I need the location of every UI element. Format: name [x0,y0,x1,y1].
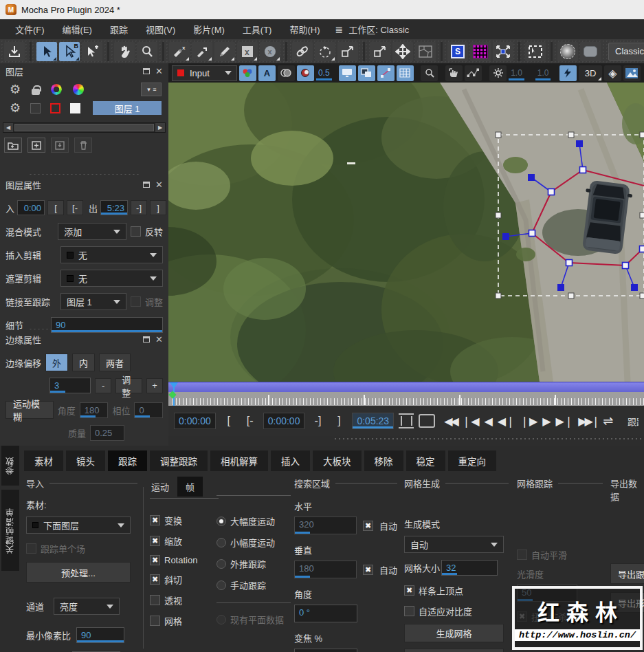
rotate-spline-tool[interactable] [315,42,335,61]
layers-scrollbar[interactable]: ◀ ▶ [3,122,166,133]
layer-name[interactable]: 图层 1 [93,101,162,115]
menu-help[interactable]: 帮助(H) [281,20,328,39]
loop-playback-icon[interactable] [419,414,435,428]
trim-out-button[interactable]: -] [309,413,326,428]
edge-width-input[interactable]: 3 [49,378,91,393]
tab-adjust-track[interactable]: 调整跟踪 [150,450,208,471]
translation-checkbox[interactable] [150,515,160,525]
lock-icon[interactable] [32,89,40,95]
link-tool[interactable] [292,42,313,61]
blur-angle-input[interactable]: 180 [80,402,109,418]
track-clip-dropdown[interactable]: 下面图层 [26,517,131,534]
gain-value[interactable]: 1.0 [509,66,524,80]
layer-overlay-button[interactable] [358,65,375,81]
close-panel-icon[interactable]: ✕ [155,180,163,190]
set-in-button[interactable]: [ [47,200,64,215]
large-motion-radio[interactable] [216,517,226,526]
workspace-label[interactable]: 工作区: Classic [344,20,413,39]
trim-out-button[interactable]: -] [131,200,147,215]
float-panel-icon[interactable] [143,68,150,74]
tab-reorient[interactable]: 重定向 [448,450,497,471]
rotation-checkbox[interactable] [150,555,160,565]
view-preset-dropdown[interactable]: Classic [608,43,644,61]
marquee-zoom-tool[interactable] [525,42,546,61]
mesh-checkbox[interactable] [150,616,160,626]
color-channels-button[interactable] [239,65,256,81]
layer-fill-swatch[interactable] [70,103,80,113]
lattice-tool[interactable] [415,42,436,61]
save-button[interactable] [4,42,25,61]
adaptive-contrast-checkbox[interactable] [404,606,414,616]
tab-insert[interactable]: 插入 [271,450,310,471]
next-keyframe-button[interactable]: ▶❘ [556,415,574,428]
expand-mesh-icon[interactable] [493,42,513,61]
new-layer-button[interactable] [27,138,45,153]
tab-track[interactable]: 跟踪 [108,450,147,471]
bspline-tool[interactable] [192,42,212,61]
edge-inner-button[interactable]: 内 [72,354,95,371]
current-timecode[interactable]: 0:00:00 [263,413,305,429]
mesh-size-input[interactable]: 32 [441,560,498,576]
zoom-tool[interactable] [137,42,157,61]
tab-motion[interactable]: 运动 [150,477,170,497]
stabilize-badge-icon[interactable]: S [447,42,468,61]
extrapolate-radio[interactable] [216,559,226,569]
preprocess-button[interactable]: 预处理... [26,562,131,583]
delete-layer-button[interactable] [74,138,92,153]
lens-distort-icon[interactable] [557,42,578,61]
overlay-opacity-value[interactable]: 0.5 [316,66,332,80]
scale-spline-tool[interactable] [337,42,358,61]
keyframe-track[interactable] [168,382,644,392]
side-tab-parameters[interactable]: 参数 [1,446,19,486]
outline-color-icon[interactable] [51,84,62,95]
freehand-tool[interactable] [214,42,235,61]
mesh-view-icon[interactable] [470,42,491,61]
auto-vertical-checkbox[interactable] [363,565,373,575]
pan-tool[interactable] [114,42,135,61]
float-panel-icon[interactable] [143,182,150,188]
overlay-toggle-button[interactable] [278,65,295,81]
xspline-tool[interactable]: x [169,42,190,61]
export-track-button[interactable]: 导出跟踪 [610,563,644,584]
generate-mesh-button[interactable]: 生成网格 [404,624,504,642]
gen-mode-dropdown[interactable]: 自动 [404,536,504,553]
auto-horizontal-checkbox[interactable] [363,521,373,531]
spline-overlay-button[interactable] [377,65,395,81]
vertical-input[interactable]: 180 [294,561,357,578]
existing-planar-radio[interactable] [216,615,226,624]
drag-view-button[interactable] [445,65,463,81]
tab-frame[interactable]: 帧 [177,477,203,497]
menu-file[interactable]: 文件(F) [7,20,53,39]
fill-color-icon[interactable] [73,84,84,95]
detail-input[interactable]: 90 [51,317,163,333]
rect-spline-tool[interactable]: x [237,42,258,61]
close-panel-icon[interactable]: ✕ [155,66,163,76]
edge-both-button[interactable]: 两者 [99,354,131,371]
in-point-field[interactable]: 0:00 [17,200,45,215]
set-in-button[interactable]: [ [221,413,237,428]
edge-minus-button[interactable]: - [95,378,111,393]
blur-quality-input[interactable]: 0.25 [90,425,124,441]
scrollbar-thumb[interactable] [14,124,154,131]
new-group-button[interactable] [4,138,22,153]
layer-settings-icon[interactable]: ⚙ [10,83,21,96]
alpha-view-button[interactable]: A [258,65,276,81]
circle-spline-tool[interactable]: x [260,42,280,61]
tab-stabilize[interactable]: 稳定 [406,450,445,471]
menu-clip[interactable]: 影片(M) [185,20,233,39]
layer-visibility-checkbox[interactable] [30,103,41,113]
layer-list-menu-button[interactable]: ▼≡ [141,83,162,96]
layer-outline-swatch[interactable] [50,103,60,113]
select-both-tool[interactable]: B [59,42,80,61]
tab-megaplate[interactable]: 大板块 [313,450,362,471]
spline-vertices-checkbox[interactable] [404,585,414,596]
step-forward-button[interactable]: ❘▶ [520,415,538,428]
grid-overlay-button[interactable] [397,65,414,81]
blur-phase-input[interactable]: 0 [134,402,163,418]
tab-clip[interactable]: 素材 [24,450,63,471]
goto-start-button[interactable]: ◀◀ [444,415,457,428]
goto-end-button[interactable]: ▶▶❘ [578,415,598,428]
scroll-right-icon[interactable]: ▶ [155,123,165,132]
trim-in-button[interactable]: [- [242,413,258,428]
clear-mesh-button[interactable]: 清除网格 [404,649,504,652]
